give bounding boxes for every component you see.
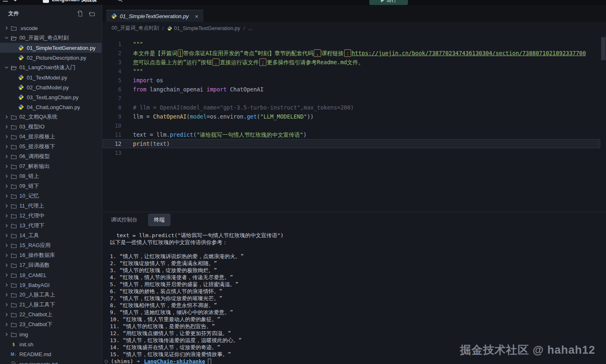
tree-item-img[interactable]: img bbox=[0, 329, 102, 339]
line-number: 9 bbox=[103, 112, 121, 121]
code-editor[interactable]: 1"""2本文件是【开篇词|带你亲证AI应用开发的“奇点”时刻】章节的配套代码，… bbox=[103, 35, 600, 212]
breadcrumb-symbol[interactable]: ... bbox=[248, 26, 252, 31]
breadcrumb-file[interactable]: 01_SimpleTextGeneration.py bbox=[167, 26, 240, 31]
code-line-9[interactable]: 9llm = ChatOpenAI(model=os.environ.get("… bbox=[103, 112, 600, 121]
tree-item-06_调用模型[interactable]: 06_调用模型 bbox=[0, 152, 102, 161]
chevron-right-icon bbox=[3, 124, 10, 130]
python-file-icon bbox=[17, 94, 25, 100]
tree-item-04_ChatLongChain.py[interactable]: 04_ChatLongChain.py bbox=[0, 102, 102, 112]
code-line-7[interactable]: 7 bbox=[103, 94, 600, 103]
code-line-10[interactable]: 10 bbox=[103, 121, 600, 130]
tree-item-requirements.txt[interactable]: requirements.txt bbox=[0, 359, 102, 364]
tab-terminal[interactable]: 终端 bbox=[148, 214, 170, 226]
run-button[interactable]: ▶ 运行 bbox=[369, 0, 408, 5]
code-text: """ bbox=[121, 67, 143, 76]
tree-item-14_工具[interactable]: 14_工具 bbox=[0, 231, 102, 240]
tree-item-21_人脉工具下[interactable]: 21_人脉工具下 bbox=[0, 300, 102, 310]
tree-item-20_人脉工具上[interactable]: 20_人脉工具上 bbox=[0, 290, 102, 300]
code-line-11[interactable]: 11text = llm.predict("请给我写一句情人节红玫瑰的中文宣传语… bbox=[103, 130, 600, 139]
tree-item-10_记忆[interactable]: 10_记忆 bbox=[0, 191, 102, 201]
chevron-right-icon bbox=[3, 203, 10, 209]
python-file-icon bbox=[17, 75, 25, 80]
tree-item-00_开篇词_奇点时刻[interactable]: 00_开篇词_奇点时刻 bbox=[0, 33, 102, 43]
code-text bbox=[121, 148, 133, 157]
code-text: 本文件是【开篇词|带你亲证AI应用开发的“奇点”时刻】章节的配套代码，课程链接：… bbox=[121, 49, 586, 58]
tree-item-17_回调函数[interactable]: 17_回调函数 bbox=[0, 260, 102, 270]
code-text: """ bbox=[121, 40, 143, 49]
tree-item-07_解析输出[interactable]: 07_解析输出 bbox=[0, 161, 102, 171]
chevron-right-icon bbox=[3, 114, 10, 120]
breadcrumb-folder[interactable]: 00_开篇词_奇点时刻 bbox=[112, 25, 159, 32]
terminal-line: 以下是一些情人节红玫瑰的中文宣传语供你参考： bbox=[110, 239, 606, 246]
tree-item-15_RAG应用[interactable]: 15_RAG应用 bbox=[0, 240, 102, 250]
terminal-line: 6. “红玫瑰的娇艳，装点情人节的浪漫情怀。” bbox=[110, 288, 606, 295]
code-line-6[interactable]: 6from langchain_openai import ChatOpenAI bbox=[103, 85, 600, 94]
editor-tab[interactable]: 01_SimpleTextGeneration.py × bbox=[106, 10, 203, 22]
tree-item-03_TextLangChain.py[interactable]: 03_TextLangChain.py bbox=[0, 92, 102, 102]
code-line-4[interactable]: 4""" bbox=[103, 67, 600, 76]
app-logo bbox=[43, 0, 49, 5]
new-file-icon[interactable] bbox=[77, 10, 84, 17]
search-icon[interactable] bbox=[117, 0, 123, 5]
tree-item-02_ChatModel.py[interactable]: 02_ChatModel.py bbox=[0, 82, 102, 92]
tree-item-18_CAMEL[interactable]: 18_CAMEL bbox=[0, 270, 102, 280]
tree-item-08_链上[interactable]: 08_链上 bbox=[0, 171, 102, 181]
command-decoration-icon bbox=[105, 360, 108, 363]
editor-scrollbar[interactable] bbox=[601, 37, 606, 60]
tree-item-09_链下[interactable]: 09_链下 bbox=[0, 181, 102, 191]
code-line-2[interactable]: 2本文件是【开篇词|带你亲证AI应用开发的“奇点”时刻】章节的配套代码，课程链接… bbox=[103, 49, 600, 58]
tree-item-04_提示模板上[interactable]: 04_提示模板上 bbox=[0, 132, 102, 142]
tree-item-02_文档QA系统[interactable]: 02_文档QA系统 bbox=[0, 112, 102, 122]
tree-item-22_Chatbot上[interactable]: 22_Chatbot上 bbox=[0, 310, 102, 320]
tree-item-01_SimpleTextGeneration.py[interactable]: 01_SimpleTextGeneration.py bbox=[0, 43, 102, 53]
sidebar-file-explorer: 文件 .vscode00_开篇词_奇点时刻01_SimpleTextGenera… bbox=[0, 5, 102, 364]
line-number: 6 bbox=[103, 85, 121, 94]
tree-item-label: 21_人脉工具下 bbox=[19, 301, 55, 308]
terminal-prompt[interactable]: (shims)➜LangChain-shizhanke bbox=[110, 358, 606, 364]
line-number: 12 bbox=[103, 139, 121, 148]
code-line-3[interactable]: 3您可以点击最上方的“运行”按钮，直接运行该文件；更多操作指引请参考Readme… bbox=[103, 58, 600, 67]
tree-item-01_LangChain快速入门[interactable]: 01_LangChain快速入门 bbox=[0, 63, 102, 72]
folder-icon bbox=[10, 173, 17, 180]
file-tree: .vscode00_开篇词_奇点时刻01_SimpleTextGeneratio… bbox=[0, 23, 102, 364]
code-line-1[interactable]: 1""" bbox=[103, 40, 600, 49]
tree-item-01_TextModel.py[interactable]: 01_TextModel.py bbox=[0, 72, 102, 82]
tree-item-.vscode[interactable]: .vscode bbox=[0, 23, 102, 33]
tree-item-12_代理中[interactable]: 12_代理中 bbox=[0, 211, 102, 221]
chevron-right-icon bbox=[3, 322, 10, 327]
code-line-5[interactable]: 5import os bbox=[103, 76, 600, 85]
tree-item-19_BabyAGI[interactable]: 19_BabyAGI bbox=[0, 280, 102, 290]
code-line-12[interactable]: 12print(text) bbox=[103, 139, 600, 148]
tree-item-11_代理上[interactable]: 11_代理上 bbox=[0, 201, 102, 211]
markdown-file-icon: M↓ bbox=[10, 352, 17, 357]
tree-item-label: 15_RAG应用 bbox=[19, 242, 51, 249]
tab-debug-console[interactable]: 调试控制台 bbox=[111, 216, 138, 224]
chevron-right-icon bbox=[3, 252, 10, 258]
new-folder-icon[interactable] bbox=[89, 10, 95, 17]
tree-item-label: 02_文档QA系统 bbox=[19, 113, 57, 121]
code-line-13[interactable]: 13 bbox=[103, 148, 600, 157]
tree-item-23_Chatbot下[interactable]: 23_Chatbot下 bbox=[0, 320, 102, 329]
tree-item-13_代理下[interactable]: 13_代理下 bbox=[0, 221, 102, 231]
code-text: # llm = OpenAI(model_name="gpt-3.5-turbo… bbox=[121, 103, 354, 112]
tree-item-README.md[interactable]: M↓README.md bbox=[0, 349, 102, 359]
tree-item-label: 11_代理上 bbox=[19, 202, 44, 210]
line-number: 1 bbox=[103, 40, 121, 49]
code-text bbox=[121, 121, 133, 130]
folder-icon bbox=[10, 331, 17, 338]
tree-item-label: requirements.txt bbox=[19, 361, 58, 364]
tree-item-03_模型IO[interactable]: 03_模型IO bbox=[0, 122, 102, 132]
topbar: LangChain 实战课 ▶ 运行 bbox=[0, 0, 606, 5]
tree-item-label: 02_ChatModel.py bbox=[27, 84, 69, 91]
chevron-right-icon bbox=[3, 25, 10, 31]
tree-item-init.sh[interactable]: $init.sh bbox=[0, 339, 102, 349]
tree-item-02_PictureDescription.py[interactable]: 02_PictureDescription.py bbox=[0, 53, 102, 63]
code-line-8[interactable]: 8# llm = OpenAI(model_name="gpt-3.5-turb… bbox=[103, 103, 600, 112]
chevron-right-icon bbox=[3, 173, 10, 179]
python-file-icon bbox=[17, 104, 25, 110]
menu-icon[interactable] bbox=[2, 0, 8, 5]
bottom-panel: 调试控制台 终端 text = llm.predict("请给我写一句情人节红玫… bbox=[103, 212, 606, 364]
tree-item-05_提示模板下[interactable]: 05_提示模板下 bbox=[0, 142, 102, 152]
close-icon[interactable]: × bbox=[195, 13, 198, 19]
tree-item-16_操作数据库[interactable]: 16_操作数据库 bbox=[0, 250, 102, 260]
